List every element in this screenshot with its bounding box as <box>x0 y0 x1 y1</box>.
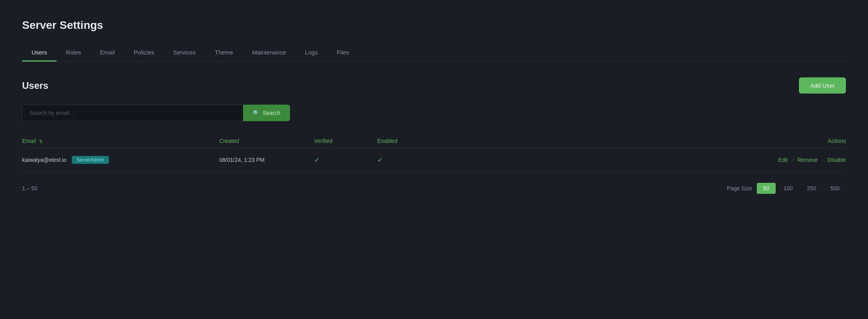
page-size-100[interactable]: 100 <box>777 183 799 194</box>
created-cell: 08/01/24, 1:23 PM <box>219 148 314 172</box>
tab-files[interactable]: Files <box>327 44 359 62</box>
page-size-250[interactable]: 250 <box>801 183 822 194</box>
verified-icon: ✓ <box>314 156 320 164</box>
tab-roles[interactable]: Roles <box>56 44 90 62</box>
col-header-actions: Actions <box>440 134 846 148</box>
section-header: Users Add User <box>22 77 846 94</box>
pagination-row: 1 – 50 Page Size 50 100 250 500 <box>22 183 846 194</box>
tab-maintenance[interactable]: Maintenance <box>243 44 296 62</box>
enabled-cell: ✓ <box>377 148 440 172</box>
tab-theme[interactable]: Theme <box>205 44 243 62</box>
page-size-label: Page Size <box>727 185 752 191</box>
tab-users[interactable]: Users <box>22 44 56 62</box>
verified-cell: ✓ <box>314 148 377 172</box>
search-button-label: Search <box>263 110 280 116</box>
page-size-500[interactable]: 500 <box>824 183 846 194</box>
tab-services[interactable]: Services <box>164 44 206 62</box>
search-row: 🔍 Search <box>22 105 846 121</box>
section-title: Users <box>22 80 49 91</box>
enabled-icon: ✓ <box>377 156 383 164</box>
table-body: kaiwalya@elest.io ServerAdmin 08/01/24, … <box>22 148 846 172</box>
search-icon: 🔍 <box>253 110 260 116</box>
page-size-section: Page Size 50 100 250 500 <box>727 183 846 194</box>
page-size-options: 50 100 250 500 <box>757 183 846 194</box>
disable-link[interactable]: Disable <box>827 157 846 163</box>
search-button[interactable]: 🔍 Search <box>243 105 290 121</box>
sort-icon: ⇅ <box>39 139 43 144</box>
col-header-created: Created <box>219 134 314 148</box>
page-size-50[interactable]: 50 <box>757 183 776 194</box>
page-title: Server Settings <box>22 19 846 32</box>
remove-link[interactable]: Remove <box>797 157 818 163</box>
col-header-email: Email ⇅ <box>22 134 219 148</box>
tab-email[interactable]: Email <box>91 44 125 62</box>
user-email: kaiwalya@elest.io <box>22 157 66 163</box>
user-badge: ServerAdmin <box>72 156 108 164</box>
actions-cell: Edit - Remove - Disable <box>440 148 846 172</box>
search-input[interactable] <box>22 105 243 121</box>
table-row: kaiwalya@elest.io ServerAdmin 08/01/24, … <box>22 148 846 172</box>
col-header-verified: Verified <box>314 134 377 148</box>
col-header-enabled: Enabled <box>377 134 440 148</box>
email-cell: kaiwalya@elest.io ServerAdmin <box>22 148 219 172</box>
table-header: Email ⇅ Created Verified Enabled Actions <box>22 134 846 148</box>
users-table: Email ⇅ Created Verified Enabled Actions… <box>22 134 846 172</box>
page-container: Server Settings Users Roles Email Polici… <box>0 0 868 213</box>
action-sep-1: - <box>791 157 795 163</box>
add-user-button[interactable]: Add User <box>799 77 846 94</box>
tab-logs[interactable]: Logs <box>296 44 327 62</box>
edit-link[interactable]: Edit <box>778 157 788 163</box>
action-sep-2: - <box>822 157 825 163</box>
tab-policies[interactable]: Policies <box>124 44 164 62</box>
pagination-info: 1 – 50 <box>22 185 37 191</box>
tabs-nav: Users Roles Email Policies Services Them… <box>22 44 846 62</box>
